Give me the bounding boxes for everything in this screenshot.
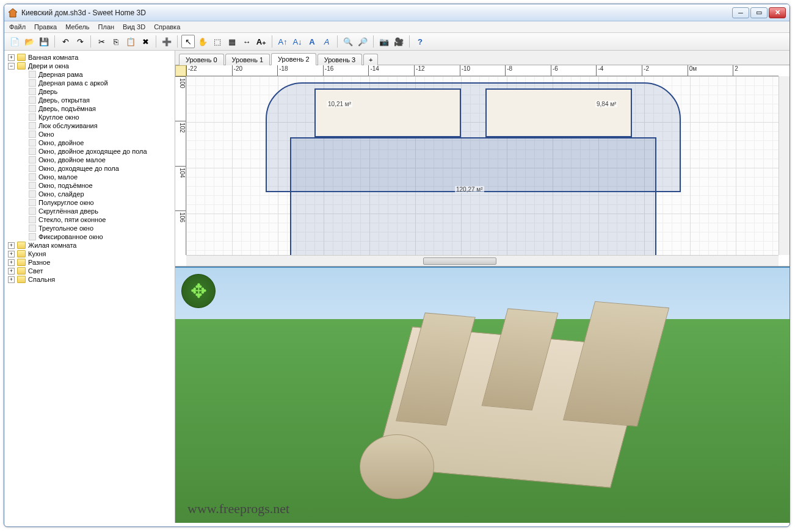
menu-edit[interactable]: Правка [34,23,57,31]
tb-undo[interactable]: ↶ [59,35,72,48]
tb-open[interactable]: 📂 [23,35,36,48]
tb-italic[interactable]: A [320,35,333,48]
tb-create-walls[interactable]: ⬚ [211,35,224,48]
tree-category-kitchen[interactable]: +Кухня [5,250,173,258]
tree-leaf[interactable]: Окно, двойное доходящее до пола [5,147,173,156]
ruler-tick: -14 [368,65,414,76]
close-button[interactable]: ✕ [769,7,786,18]
room-area-center: 120,27 м² [455,186,484,193]
tree-leaf[interactable]: Скруглённая дверь [5,207,173,215]
tree-label: Разное [28,259,50,266]
tree-leaf[interactable]: Дверь [5,87,173,96]
wall-lower[interactable] [290,137,656,259]
tb-select[interactable]: ↖ [181,35,195,48]
maximize-button[interactable]: ▭ [750,7,768,18]
tree-leaf[interactable]: Полукруглое окно [5,198,173,207]
tree-label: Свет [28,267,43,275]
house-3d-model[interactable] [360,293,697,510]
tree-leaf[interactable]: Фиксированное окно [5,232,173,241]
menu-view3d[interactable]: Вид 3D [123,23,145,31]
tb-text-smaller[interactable]: A↓ [291,35,304,48]
tree-leaf[interactable]: Окно, слайдер [5,190,173,198]
plan-grid[interactable]: 10,21 м² 9,84 м² 120,27 м² [186,76,779,255]
tree-category-living[interactable]: +Жилая комната [5,241,173,250]
tb-zoom-out[interactable]: 🔎 [356,35,369,48]
tab-level-0[interactable]: Уровень 0 [179,54,224,65]
tb-help[interactable]: ? [413,35,427,48]
ruler-tick: -20 [232,65,278,76]
tb-photo[interactable]: 📷 [377,35,391,48]
tree-leaf[interactable]: Окно, подъёмное [5,181,173,190]
room-area-2: 9,84 м² [595,101,617,107]
item-icon [29,105,36,112]
scrollbar-horizontal[interactable] [186,255,779,266]
scrollbar-thumb[interactable] [423,257,496,265]
tb-bold[interactable]: A [305,35,319,48]
floorplan[interactable]: 10,21 м² 9,84 м² 120,27 м² [266,82,681,265]
menu-help[interactable]: Справка [154,23,180,31]
tb-paste[interactable]: 📋 [124,35,137,48]
tree-category-doors-windows[interactable]: −Двери и окна [5,62,173,70]
tb-create-dimensions[interactable]: ↔ [240,35,253,48]
tree-category-bedroom[interactable]: +Спальня [5,275,173,284]
tree-leaf[interactable]: Треугольное окно [5,224,173,232]
tab-level-3[interactable]: Уровень 3 [318,54,363,65]
tree-leaf[interactable]: Дверная рама [5,70,173,79]
tb-create-text[interactable]: A₊ [255,35,268,48]
view-3d[interactable]: www.freeprogs.net [175,267,790,523]
tb-save[interactable]: 💾 [37,35,51,48]
tb-delete[interactable]: ✖ [139,35,152,48]
tree-leaf[interactable]: Дверь, открытая [5,96,173,104]
tb-copy[interactable]: ⎘ [109,35,123,48]
bathroom-2[interactable] [485,88,632,137]
tree-category-misc[interactable]: +Разное [5,258,173,267]
tb-create-rooms[interactable]: ▦ [225,35,239,48]
folder-icon [17,54,26,61]
tb-pan[interactable]: ✋ [196,35,209,48]
scrollbar-vertical[interactable] [779,76,790,255]
tree-category-lights[interactable]: +Свет [5,267,173,275]
tree-leaf[interactable]: Люк обслуживания [5,121,173,130]
item-icon [29,199,36,206]
tb-redo[interactable]: ↷ [73,35,87,48]
ruler-tick: -8 [505,65,551,76]
titlebar: Киевский дом.sh3d - Sweet Home 3D ─ ▭ ✕ [4,4,790,21]
minimize-button[interactable]: ─ [732,7,749,18]
separator [272,35,272,48]
tab-level-2[interactable]: Уровень 2 [271,53,316,65]
tree-leaf[interactable]: Стекло, пяти оконное [5,215,173,224]
tb-video[interactable]: 🎥 [392,35,405,48]
tree-leaf[interactable]: Окно [5,130,173,138]
tree-label: Кухня [28,250,46,257]
tree-leaf[interactable]: Дверная рама с аркой [5,79,173,87]
tree-leaf[interactable]: Круглое окно [5,113,173,121]
tree-category-bathroom[interactable]: +Ванная комната [5,53,173,62]
tree-label: Окно [38,131,54,138]
menu-file[interactable]: Файл [9,23,26,31]
tb-zoom-in[interactable]: 🔍 [341,35,355,48]
tab-add-level[interactable]: + [363,54,378,65]
catalog-tree[interactable]: +Ванная комната −Двери и окна Дверная ра… [4,51,175,523]
separator [156,35,156,48]
3d-tower [360,434,434,500]
tree-leaf[interactable]: Окно, двойное малое [5,156,173,164]
menu-furniture[interactable]: Мебель [65,23,89,31]
tb-text-bigger[interactable]: A↑ [276,35,289,48]
tree-leaf[interactable]: Окно, двойное [5,138,173,147]
tree-label: Дверная рама с аркой [38,79,108,87]
nav-compass[interactable] [181,274,216,308]
item-icon [29,207,36,215]
window-title: Киевский дом.sh3d - Sweet Home 3D [21,9,732,17]
bathroom-1[interactable] [314,88,461,137]
tree-leaf[interactable]: Окно, малое [5,173,173,181]
menu-plan[interactable]: План [98,23,115,31]
tb-new[interactable]: 📄 [8,35,21,48]
item-icon [29,139,36,146]
plan-view[interactable]: -22-20-18-16-14-12-10-8-6-4-20м2 1001021… [175,65,790,267]
tb-add-furniture[interactable]: ➕ [160,35,173,48]
tree-leaf[interactable]: Окно, доходящее до пола [5,164,173,173]
tree-leaf[interactable]: Дверь, подъёмная [5,104,173,113]
tb-cut[interactable]: ✂ [95,35,108,48]
tree-label: Дверь, открытая [38,96,90,104]
tab-level-1[interactable]: Уровень 1 [225,54,270,65]
